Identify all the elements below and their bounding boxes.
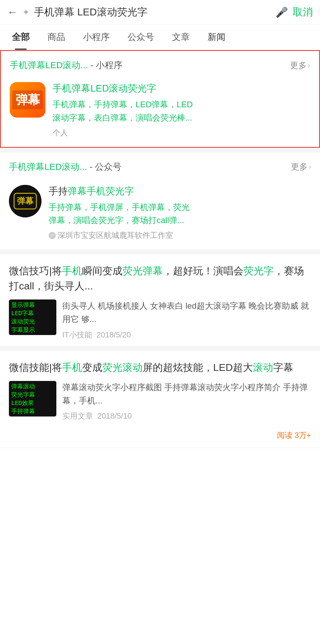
mic-icon[interactable]: 🎤 (276, 6, 288, 18)
mini-icon-text: 弹幕 (12, 90, 43, 109)
mini-program-info: 手机弹幕LED滚动荧光字 手机弹幕，手持弹幕，LED弹幕，LED 滚动字幕，表白… (52, 82, 193, 138)
account-name: 手持弹幕手机荧光字 (49, 185, 190, 198)
mini-program-card[interactable]: 弹幕 手机弹幕LED滚动荧光字 手机弹幕，手持弹幕，LED弹幕，LED 滚动字幕… (1, 77, 319, 147)
section-divider-2 (0, 250, 320, 254)
article-2-title: 微信技能|将手机变成荧光滚动屏的超炫技能，LED超大滚动字幕 (9, 360, 311, 375)
article-1-thumbnail: 显示弹幕 LED字幕 滚动荧光 字幕显示 (9, 299, 56, 335)
article-1-body: 显示弹幕 LED字幕 滚动荧光 字幕显示 街头寻人 机场接机接人 女神表白 le… (9, 299, 311, 340)
article-2-desc: 弹幕滚动荧火字小程序截图 手持弹幕滚动荧火字小程序简介 手持弹幕，手机... 实… (62, 381, 311, 422)
article-2-footer: 阅读 3万+ (9, 427, 311, 448)
tab-all[interactable]: 全部 (3, 25, 39, 50)
chevron-right-icon: › (308, 61, 310, 70)
account-org: ✓ 深圳市宝安区航城鹿耳软件工作室 (49, 230, 190, 241)
article-1-desc: 街头寻人 机场接机接人 女神表白 led超大滚动字幕 晚会比赛助威 就用它 够.… (62, 299, 311, 340)
section-divider-1 (0, 148, 320, 153)
search-query[interactable]: 手机弹幕 LED滚动荧光字 (34, 5, 271, 19)
account-tags: 手持弹幕，手机弹屏，手机弹幕，荧光 弹幕，演唱会荧光字，赛场打call弹... (49, 201, 190, 228)
back-icon[interactable]: ← (7, 6, 18, 18)
account-more-button[interactable]: 更多 › (291, 161, 311, 172)
chevron-right-icon: › (309, 163, 311, 171)
mini-program-icon: 弹幕 (10, 82, 45, 118)
search-bar: ← ✦ 手机弹幕 LED滚动荧光字 🎤 取消 (0, 0, 320, 25)
account-section: 手机弹幕LED滚动... - 公众号 更多 › 弹幕 手持弹幕手机荧光字 手持弹… (0, 153, 320, 250)
account-section-header: 手机弹幕LED滚动... - 公众号 更多 › (0, 153, 320, 179)
tab-goods[interactable]: 商品 (39, 25, 74, 50)
tab-bar: 全部 商品 小程序 公众号 文章 新闻 (0, 25, 320, 50)
mini-program-type: 个人 (52, 128, 193, 138)
mini-program-name: 手机弹幕LED滚动荧光字 (52, 82, 193, 95)
tab-mini[interactable]: 小程序 (74, 25, 119, 50)
section-divider-3 (0, 346, 320, 351)
mini-program-section: 手机弹幕LED滚动... - 小程序 更多 › 弹幕 手机弹幕LED滚动荧光字 … (0, 50, 320, 148)
account-card[interactable]: 弹幕 手持弹幕手机荧光字 手持弹幕，手机弹屏，手机弹幕，荧光 弹幕，演唱会荧光字… (0, 179, 320, 250)
account-info: 手持弹幕手机荧光字 手持弹幕，手机弹屏，手机弹幕，荧光 弹幕，演唱会荧光字，赛场… (49, 185, 190, 241)
account-section-title: 手机弹幕LED滚动... - 公众号 (9, 161, 122, 173)
article-1-desc-text: 街头寻人 机场接机接人 女神表白 led超大滚动字幕 晚会比赛助威 就用它 够.… (62, 299, 311, 326)
article-2-body: 弹幕滚动 荧光字幕 LED效果 手持弹幕 弹幕滚动荧火字小程序截图 手持弹幕滚动… (9, 381, 311, 422)
mini-more-button[interactable]: 更多 › (290, 60, 310, 71)
article-1-meta: IT小技能 2018/5/20 (62, 330, 311, 340)
tab-article[interactable]: 文章 (163, 25, 199, 50)
mini-section-title: 手机弹幕LED滚动... - 小程序 (10, 59, 122, 71)
verified-icon: ✓ (49, 232, 56, 239)
cancel-button[interactable]: 取消 (293, 5, 313, 19)
article-1-title: 微信技巧|将手机瞬间变成荧光弹幕，超好玩！演唱会荧光字，赛场打call，街头寻人… (9, 263, 311, 294)
tab-account[interactable]: 公众号 (119, 25, 163, 50)
article-2-desc-text: 弹幕滚动荧火字小程序截图 手持弹幕滚动荧火字小程序简介 手持弹幕，手机... (62, 381, 311, 408)
mini-program-tags: 手机弹幕，手持弹幕，LED弹幕，LED 滚动字幕，表白弹幕，演唱会荧光棒... (52, 98, 193, 125)
article-2-thumbnail: 弹幕滚动 荧光字幕 LED效果 手持弹幕 (9, 381, 56, 416)
account-icon: 弹幕 (9, 185, 42, 217)
spark-icon: ✦ (23, 7, 29, 17)
article-item-2[interactable]: 微信技能|将手机变成荧光滚动屏的超炫技能，LED超大滚动字幕 弹幕滚动 荧光字幕… (0, 351, 320, 448)
article-item-1[interactable]: 微信技巧|将手机瞬间变成荧光弹幕，超好玩！演唱会荧光字，赛场打call，街头寻人… (0, 254, 320, 346)
tab-news[interactable]: 新闻 (199, 25, 234, 50)
read-count: 阅读 3万+ (277, 430, 311, 440)
article-2-meta: 实用文章 2018/5/10 (62, 411, 311, 421)
mini-section-header: 手机弹幕LED滚动... - 小程序 更多 › (1, 51, 319, 77)
